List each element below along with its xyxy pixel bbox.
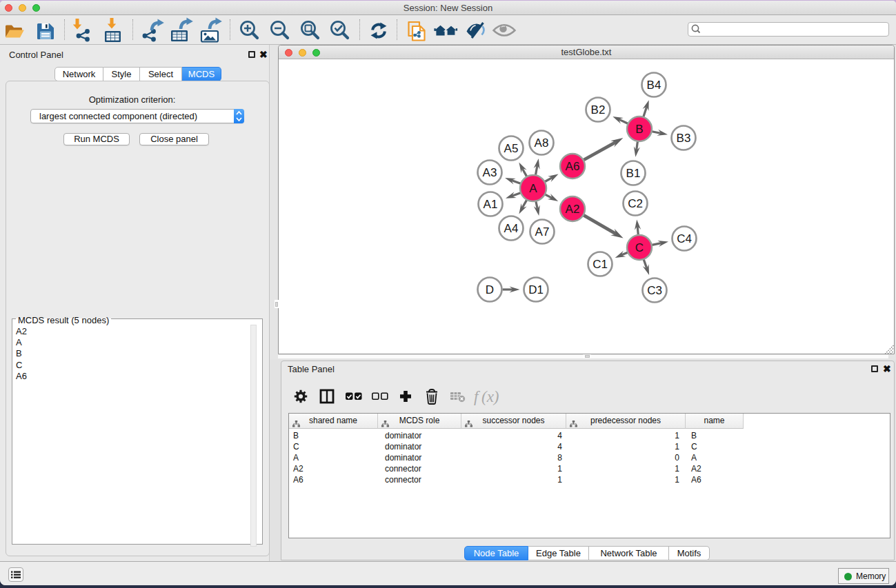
svg-text:A: A — [529, 182, 537, 195]
svg-text:D1: D1 — [528, 283, 544, 296]
svg-text:A7: A7 — [535, 225, 550, 239]
svg-text:C1: C1 — [593, 258, 608, 271]
svg-text:C4: C4 — [677, 232, 692, 245]
svg-text:A5: A5 — [504, 142, 519, 155]
svg-text:C: C — [635, 241, 644, 254]
svg-text:B1: B1 — [626, 167, 641, 180]
svg-text:A6: A6 — [566, 160, 580, 173]
svg-text:A2: A2 — [566, 203, 580, 216]
svg-text:D: D — [486, 283, 494, 296]
svg-text:A4: A4 — [504, 222, 519, 235]
svg-text:C2: C2 — [628, 197, 643, 210]
svg-text:C3: C3 — [647, 284, 662, 297]
svg-text:A8: A8 — [535, 136, 549, 150]
svg-text:A3: A3 — [483, 166, 497, 179]
svg-text:B4: B4 — [647, 79, 661, 92]
svg-text:f (x): f (x) — [474, 388, 499, 405]
svg-text:B2: B2 — [591, 103, 606, 116]
svg-text:B3: B3 — [677, 132, 691, 145]
svg-text:A1: A1 — [484, 198, 498, 211]
svg-text:B: B — [635, 123, 643, 136]
